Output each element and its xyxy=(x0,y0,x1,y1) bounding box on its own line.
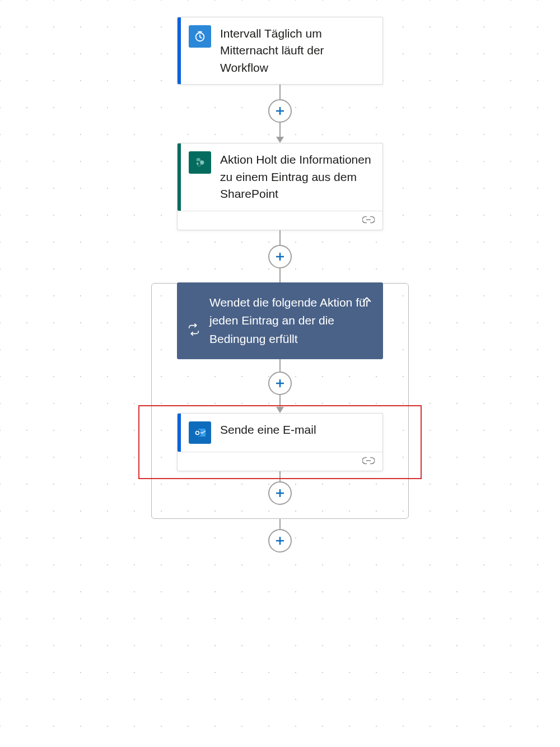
loop-title: Wendet die folgende Aktion für jeden Ein… xyxy=(209,294,374,349)
trigger-node[interactable]: Intervall Täglich um Mitternacht läuft d… xyxy=(177,17,383,85)
svg-text:S: S xyxy=(197,161,199,165)
accent-bar xyxy=(178,17,181,84)
link-icon xyxy=(362,215,375,226)
connector xyxy=(268,519,292,553)
svg-rect-13 xyxy=(194,430,200,436)
loop-icon xyxy=(186,322,202,337)
add-step-button[interactable] xyxy=(268,99,292,123)
link-icon xyxy=(362,456,375,467)
connector xyxy=(268,471,292,505)
connector xyxy=(268,85,292,143)
connector xyxy=(268,359,292,413)
add-step-button[interactable] xyxy=(268,245,292,268)
loop-node[interactable]: Wendet die folgende Aktion für jeden Ein… xyxy=(177,282,383,360)
loop-container: Wendet die folgende Aktion für jeden Ein… xyxy=(151,283,409,519)
sharepoint-node[interactable]: S Aktion Holt die Informationen zu einem… xyxy=(177,143,383,230)
clock-icon xyxy=(189,25,211,48)
card-footer xyxy=(178,211,382,230)
collapse-icon[interactable] xyxy=(361,294,373,306)
trigger-title: Intervall Täglich um Mitternacht läuft d… xyxy=(220,25,372,76)
sharepoint-title: Aktion Holt die Informationen zu einem E… xyxy=(220,151,372,202)
email-title: Sende eine E-mail xyxy=(220,421,316,438)
sharepoint-icon: S xyxy=(189,151,211,174)
workflow-canvas[interactable]: Intervall Täglich um Mitternacht läuft d… xyxy=(0,0,560,553)
add-step-button[interactable] xyxy=(268,529,292,553)
connector xyxy=(268,230,292,289)
email-node[interactable]: Sende eine E-mail xyxy=(177,413,383,471)
add-step-button[interactable] xyxy=(268,372,292,395)
accent-bar xyxy=(178,414,181,452)
accent-bar xyxy=(178,143,181,210)
add-step-button[interactable] xyxy=(268,481,292,505)
card-footer xyxy=(178,452,382,471)
outlook-icon xyxy=(189,421,211,444)
